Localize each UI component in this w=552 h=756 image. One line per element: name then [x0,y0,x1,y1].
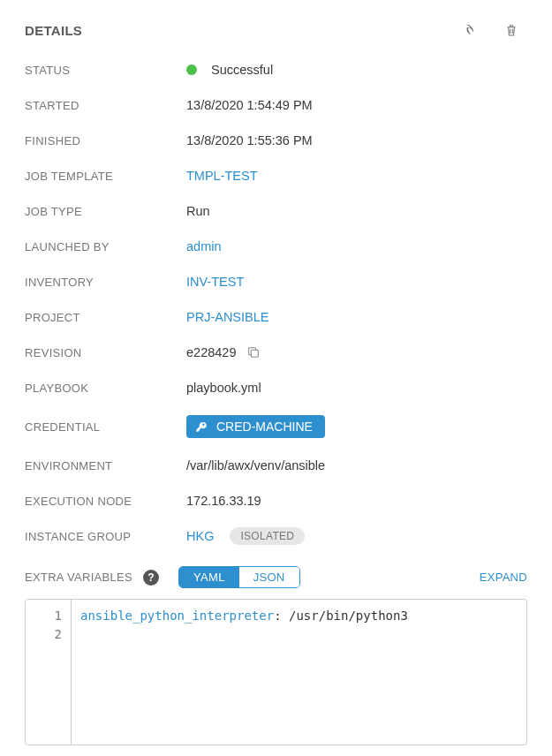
credential-chip[interactable]: CRED-MACHINE [186,415,325,438]
value-execution-node: 172.16.33.19 [186,494,261,508]
label-environment: ENVIRONMENT [25,459,186,472]
value-environment: /var/lib/awx/venv/ansible [186,458,325,472]
row-job-type: JOB TYPE Run [25,193,527,229]
credential-name: CRED-MACHINE [216,420,313,434]
row-job-template: JOB TEMPLATE TMPL-TEST [25,158,527,193]
editor-content[interactable]: ansible_python_interpreter: /usr/bin/pyt… [72,600,417,745]
expand-link[interactable]: EXPAND [480,571,527,584]
key-icon [195,420,208,433]
label-launched-by: LAUNCHED BY [25,240,186,253]
row-execution-node: EXECUTION NODE 172.16.33.19 [25,483,527,518]
label-extra-variables: EXTRA VARIABLES [25,571,132,584]
value-playbook: playbook.yml [186,381,261,395]
value-status: Successful [211,63,273,77]
details-title: DETAILS [25,23,462,38]
row-inventory: INVENTORY INV-TEST [25,264,527,299]
label-revision: REVISION [25,346,186,359]
label-job-type: JOB TYPE [25,205,186,218]
label-credential: CREDENTIAL [25,420,186,434]
value-finished: 13/8/2020 1:55:36 PM [186,133,313,147]
row-launched-by: LAUNCHED BY admin [25,229,527,264]
isolated-badge: ISOLATED [230,527,305,545]
label-project: PROJECT [25,311,186,324]
copy-revision-icon[interactable] [246,345,261,359]
row-started: STARTED 13/8/2020 1:54:49 PM [25,87,527,123]
link-project[interactable]: PRJ-ANSIBLE [186,310,268,324]
svg-rect-0 [252,350,259,357]
row-instance-group: INSTANCE GROUP HKG ISOLATED [25,518,527,554]
label-status: STATUS [25,64,186,77]
extra-vars-editor[interactable]: 1 2 ansible_python_interpreter: /usr/bin… [25,599,527,745]
row-revision: REVISION e228429 [25,335,527,370]
link-instance-group[interactable]: HKG [186,529,214,543]
row-status: STATUS Successful [25,52,527,87]
link-inventory[interactable]: INV-TEST [186,275,244,289]
row-credential: CREDENTIAL CRED-MACHINE [25,405,527,448]
value-started: 13/8/2020 1:54:49 PM [186,98,313,112]
row-playbook: PLAYBOOK playbook.yml [25,370,527,405]
label-started: STARTED [25,99,186,112]
row-project: PROJECT PRJ-ANSIBLE [25,299,527,335]
value-revision: e228429 [186,345,236,359]
yaml-value: /usr/bin/python3 [289,609,408,623]
label-instance-group: INSTANCE GROUP [25,530,186,543]
yaml-key: ansible_python_interpreter [80,609,274,623]
row-environment: ENVIRONMENT /var/lib/awx/venv/ansible [25,448,527,483]
label-finished: FINISHED [25,134,186,147]
row-finished: FINISHED 13/8/2020 1:55:36 PM [25,123,527,158]
link-launched-by[interactable]: admin [186,239,222,253]
format-toggle: YAML JSON [178,566,300,588]
toggle-yaml[interactable]: YAML [179,567,239,587]
label-inventory: INVENTORY [25,276,186,289]
label-job-template: JOB TEMPLATE [25,170,186,183]
delete-icon[interactable] [504,22,518,38]
value-job-type: Run [186,204,210,218]
label-execution-node: EXECUTION NODE [25,495,186,508]
label-playbook: PLAYBOOK [25,382,186,395]
toggle-json[interactable]: JSON [239,567,299,587]
editor-gutter: 1 2 [26,600,72,745]
help-icon[interactable]: ? [143,570,159,586]
link-job-template[interactable]: TMPL-TEST [186,169,258,183]
relaunch-icon[interactable] [462,22,478,38]
status-dot-icon [186,64,197,75]
